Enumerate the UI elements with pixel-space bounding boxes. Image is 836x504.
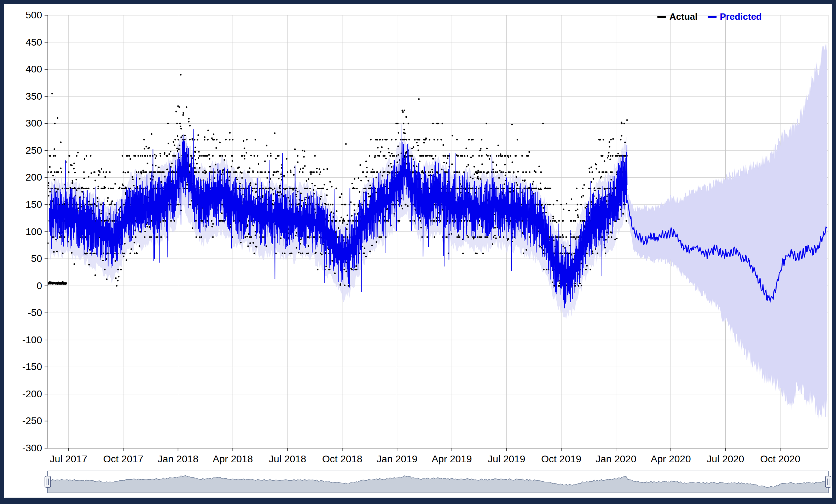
chart-panel: 500450400350300250200150100500-50-100-15… — [4, 4, 832, 498]
svg-text:350: 350 — [25, 91, 42, 102]
svg-text:-50: -50 — [28, 307, 42, 318]
svg-text:300: 300 — [25, 118, 42, 129]
svg-text:450: 450 — [25, 37, 42, 48]
chart-legend: Actual Predicted — [657, 11, 762, 22]
svg-text:Jul 2019: Jul 2019 — [488, 453, 525, 464]
svg-text:Oct 2019: Oct 2019 — [541, 453, 581, 464]
svg-text:500: 500 — [25, 10, 42, 20]
svg-text:Oct 2017: Oct 2017 — [103, 453, 144, 464]
legend-label-actual: Actual — [669, 11, 697, 22]
svg-text:Oct 2020: Oct 2020 — [760, 453, 800, 464]
svg-text:Jan 2019: Jan 2019 — [377, 453, 417, 464]
legend-item-predicted[interactable]: Predicted — [708, 11, 762, 22]
y-axis-tick-labels: 500450400350300250200150100500-50-100-15… — [22, 10, 42, 453]
svg-text:-200: -200 — [22, 388, 42, 399]
svg-text:-250: -250 — [22, 415, 42, 426]
forecast-confidence-band — [627, 42, 827, 422]
svg-text:Jan 2018: Jan 2018 — [158, 453, 198, 464]
svg-text:Apr 2018: Apr 2018 — [213, 453, 253, 464]
navigator — [45, 471, 831, 493]
svg-text:400: 400 — [25, 64, 42, 75]
svg-text:0: 0 — [36, 280, 42, 291]
svg-text:250: 250 — [25, 145, 42, 156]
forecast-chart-svg: 500450400350300250200150100500-50-100-15… — [4, 4, 832, 498]
svg-text:150: 150 — [25, 199, 42, 210]
svg-text:Jan 2020: Jan 2020 — [596, 453, 636, 464]
x-axis-tick-labels: Jul 2017Oct 2017Jan 2018Apr 2018Jul 2018… — [50, 453, 800, 464]
chart-window-frame: 500450400350300250200150100500-50-100-15… — [0, 0, 836, 504]
svg-text:Apr 2020: Apr 2020 — [651, 453, 691, 464]
svg-text:Jul 2020: Jul 2020 — [707, 453, 744, 464]
svg-text:-100: -100 — [22, 334, 42, 345]
svg-text:200: 200 — [25, 172, 42, 183]
legend-label-predicted: Predicted — [720, 11, 762, 22]
legend-item-actual[interactable]: Actual — [657, 11, 697, 22]
legend-dash-predicted — [708, 16, 717, 18]
svg-text:Apr 2019: Apr 2019 — [432, 453, 472, 464]
svg-text:Jul 2018: Jul 2018 — [269, 453, 306, 464]
svg-text:-150: -150 — [22, 361, 42, 372]
svg-text:100: 100 — [25, 226, 42, 237]
svg-text:-300: -300 — [22, 443, 42, 453]
svg-text:Jul 2017: Jul 2017 — [50, 453, 87, 464]
svg-text:50: 50 — [31, 253, 42, 264]
legend-dash-actual — [657, 16, 666, 18]
svg-text:Oct 2018: Oct 2018 — [322, 453, 362, 464]
